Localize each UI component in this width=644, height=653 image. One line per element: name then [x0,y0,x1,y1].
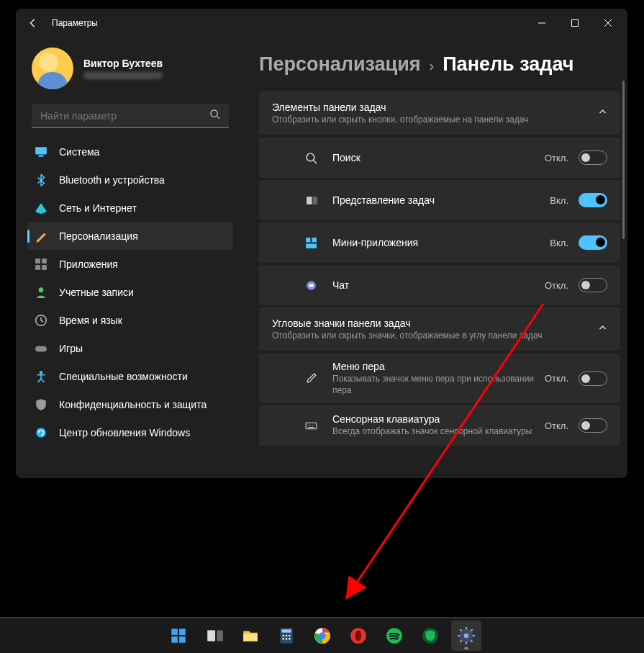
nav-label: Приложения [59,258,118,270]
nav-item-10[interactable]: Центр обновления Windows [27,419,233,446]
nav-item-8[interactable]: Специальные возможности [27,363,233,390]
section-desc: Отобразить или скрыть значки, отображаем… [272,330,598,341]
nav-label: Специальные возможности [59,371,188,382]
svg-point-42 [355,630,361,641]
svg-point-36 [289,638,291,640]
toggle-state-label: Вкл. [537,195,568,206]
svg-rect-7 [42,265,47,270]
scrollbar[interactable] [622,81,625,239]
svg-rect-24 [171,636,178,643]
section-header[interactable]: Элементы панели задачОтобразить или скры… [259,91,620,135]
item-title: Сенсорная клавиатура [332,413,537,425]
nav-label: Bluetooth и устройства [59,174,165,186]
window-title: Параметры [52,18,98,28]
section-header[interactable]: Угловые значки панели задачОтобразить ил… [259,307,620,351]
svg-point-1 [211,110,217,117]
user-email [83,72,163,79]
svg-rect-27 [217,630,223,641]
update-icon [35,426,47,439]
widgets-icon [302,237,319,249]
accessibility-icon [35,370,47,383]
toggle-state-label: Откл. [537,153,568,163]
svg-rect-17 [312,238,316,242]
search-icon [209,109,220,122]
nav-item-6[interactable]: Время и язык [27,307,233,334]
section-desc: Отобразить или скрыть кнопки, отображаем… [272,114,598,125]
taskbar-item[interactable] [451,621,481,651]
taskbar-item[interactable] [271,621,301,651]
section-title: Элементы панели задач [272,102,598,113]
nav-item-0[interactable]: Система [27,138,233,166]
svg-point-11 [40,371,43,374]
svg-rect-30 [281,629,291,632]
nav-item-4[interactable]: Приложения [27,251,233,278]
explorer-icon [241,626,260,645]
taskbar [0,617,644,653]
taskbar-item[interactable] [343,621,373,651]
toggle-state-label: Откл. [537,420,568,431]
wifi-icon [35,202,47,215]
close-button[interactable] [591,9,625,37]
svg-rect-6 [35,265,40,270]
titlebar: Параметры [16,9,627,37]
keyboard-icon [302,420,319,432]
taskview-tb-icon [205,626,224,645]
nav-label: Центр обновления Windows [59,427,190,438]
svg-rect-22 [171,629,178,635]
svg-rect-28 [243,634,258,641]
nav-item-3[interactable]: Персонализация [27,222,233,250]
nav-label: Учетные записи [59,287,134,298]
user-card[interactable]: Виктор Бухтеев [27,40,233,102]
toggle-state-label: Откл. [537,373,568,384]
taskbar-item[interactable] [235,621,266,651]
svg-point-46 [463,634,468,639]
svg-rect-2 [35,147,47,154]
svg-point-12 [36,428,46,438]
toggle-switch[interactable] [579,418,607,433]
toggle-switch[interactable] [579,278,607,292]
taskbar-item[interactable] [307,621,337,651]
back-button[interactable] [19,9,47,37]
breadcrumb-current: Панель задач [443,53,573,76]
toggle-switch[interactable] [579,235,607,250]
maximize-button[interactable] [558,9,591,37]
svg-rect-10 [35,346,47,352]
opera-icon [349,626,368,645]
svg-rect-3 [39,156,44,157]
taskbar-item[interactable] [199,621,230,651]
svg-rect-23 [179,629,186,635]
nav-item-5[interactable]: Учетные записи [27,279,233,306]
apps-icon [35,258,47,271]
user-name: Виктор Бухтеев [83,58,163,69]
taskbar-item[interactable] [379,621,409,651]
svg-rect-4 [35,258,40,264]
nav-label: Время и язык [59,315,122,326]
window-controls [525,9,625,37]
svg-rect-0 [572,20,579,27]
taskbar-item[interactable] [163,621,194,651]
nav-label: Конфиденциальность и защита [59,399,207,410]
bluetooth-icon [35,174,47,186]
adguard-icon [421,626,440,645]
nav-item-7[interactable]: Игры [27,335,233,362]
nav-item-9[interactable]: Конфиденциальность и защита [27,391,233,418]
nav-item-2[interactable]: Сеть и Интернет [27,194,233,222]
toggle-switch[interactable] [579,150,607,165]
svg-point-33 [289,635,291,637]
svg-rect-15 [312,197,317,204]
chat-icon [302,279,319,292]
item-title: Чат [332,279,537,291]
svg-point-34 [282,638,284,640]
account-icon [35,286,47,299]
search-input[interactable] [40,110,209,122]
nav-item-1[interactable]: Bluetooth и устройства [27,166,233,194]
svg-rect-16 [306,238,310,242]
toggle-switch[interactable] [579,371,607,386]
toggle-switch[interactable] [579,193,607,207]
search-box[interactable] [32,104,229,128]
minimize-button[interactable] [525,9,558,37]
brush-icon [35,230,47,243]
svg-rect-20 [309,284,313,287]
taskbar-item[interactable] [415,621,445,651]
breadcrumb-parent[interactable]: Персонализация [259,53,421,76]
